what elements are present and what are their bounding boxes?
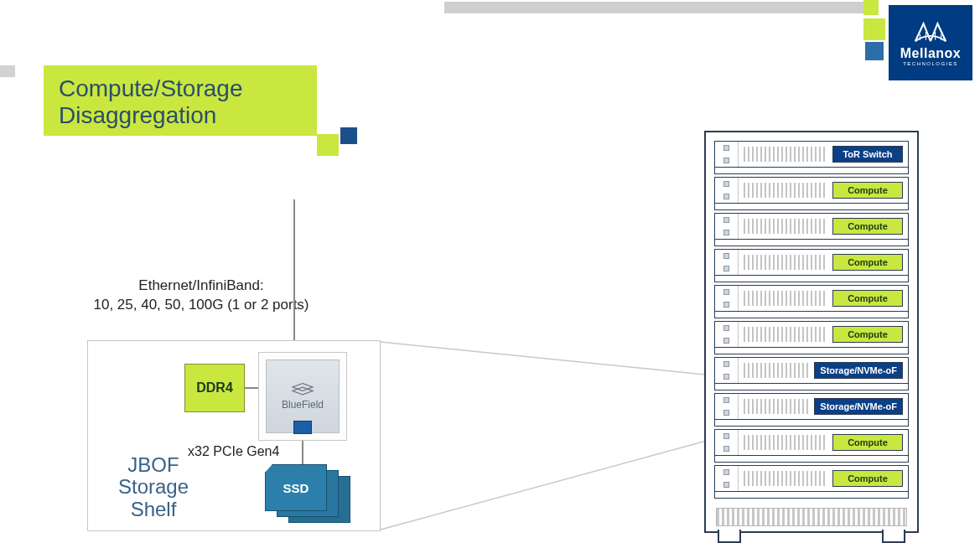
- rack-gap: [714, 456, 909, 463]
- rack-slot-tag: Compute: [832, 434, 903, 451]
- rack-slot-vent: [744, 327, 827, 342]
- rack-slot-tag: Compute: [832, 182, 903, 199]
- rack-slot: Compute: [714, 213, 909, 240]
- rack-slot-vent: [744, 399, 809, 414]
- rack-slot: Compute: [714, 177, 909, 204]
- ddr4-to-bluefield-line: [245, 387, 258, 389]
- rack-gap: [714, 276, 909, 282]
- rack-slot: Compute: [714, 285, 909, 312]
- rack-slot-vent: [744, 435, 827, 450]
- jbof-l1: JBOF: [107, 454, 200, 476]
- rack-slot-tag: ToR Switch: [832, 146, 903, 163]
- rack-slot-ports: [715, 214, 739, 239]
- connection-label: Ethernet/InfiniBand: 10, 25, 40, 50, 100…: [84, 277, 319, 315]
- slide-title: Compute/Storage Disaggregation: [44, 65, 317, 136]
- jbof-l2: Storage: [107, 476, 200, 498]
- rack-slot-ports: [715, 358, 739, 383]
- rack-slot-vent: [744, 219, 827, 234]
- svg-line-4: [381, 342, 713, 375]
- decor-square: [865, 42, 884, 60]
- rack-slot: Storage/NVMe-oF: [714, 393, 909, 420]
- rack-gap: [714, 384, 909, 390]
- brand-name: Mellanox: [900, 46, 961, 61]
- rack-slot: ToR Switch: [714, 141, 909, 168]
- rack-slot-vent: [744, 255, 827, 270]
- bluefield-chip-inner: BlueField: [266, 359, 340, 433]
- rack-slot-vent: [744, 183, 827, 198]
- decor-square: [317, 134, 339, 156]
- brand-logo: Mellanox TECHNOLOGIES: [889, 5, 972, 80]
- rack-slot-vent: [744, 471, 827, 486]
- bluefield-to-ssd-line: [302, 441, 303, 464]
- rack-slot: Compute: [714, 429, 909, 456]
- rack-slot-tag: Storage/NVMe-oF: [814, 362, 903, 379]
- rack-slot-ports: [715, 430, 739, 455]
- rack-slot: Storage/NVMe-oF: [714, 357, 909, 384]
- conn-line1: Ethernet/InfiniBand:: [84, 277, 319, 296]
- svg-line-5: [381, 439, 713, 530]
- pcie-label: x32 PCIe Gen4: [188, 444, 279, 459]
- rack-gap: [714, 240, 909, 246]
- rack-slot-ports: [715, 394, 739, 419]
- brand-sub: TECHNOLOGIES: [903, 61, 958, 66]
- bridge-icon: [913, 19, 948, 44]
- jbof-label: JBOF Storage Shelf: [107, 454, 200, 520]
- layers-icon: [290, 382, 315, 397]
- bluefield-badge: [293, 421, 312, 434]
- bluefield-chip: BlueField: [258, 352, 347, 441]
- rack-gap: [714, 168, 909, 174]
- rack-gap: [714, 348, 909, 354]
- rack-gap: [714, 312, 909, 318]
- rack-slot-ports: [715, 286, 739, 311]
- rack-slot-tag: Compute: [832, 218, 903, 235]
- rack-slot-ports: [715, 322, 739, 347]
- title-line1: Compute/Storage: [59, 75, 302, 102]
- rack-slot-vent: [744, 291, 827, 306]
- rack-slot-tag: Compute: [832, 326, 903, 343]
- top-grey-bar: [444, 2, 863, 13]
- rack-gap: [714, 204, 909, 210]
- rack-slot-ports: [715, 466, 739, 491]
- rack-slot: Compute: [714, 249, 909, 276]
- uplink-line: [293, 199, 295, 340]
- rack-slot-vent: [744, 147, 827, 162]
- decor-square: [340, 127, 357, 144]
- decor-square: [863, 18, 885, 40]
- ssd-icon: SSD: [265, 464, 327, 511]
- rack-slot-tag: Compute: [832, 254, 903, 271]
- server-rack: ToR SwitchComputeComputeComputeComputeCo…: [704, 131, 919, 533]
- conn-line2: 10, 25, 40, 50, 100G (1 or 2 ports): [84, 296, 319, 315]
- rack-slot-ports: [715, 142, 739, 167]
- rack-vent: [716, 508, 907, 526]
- left-grey-bar: [0, 65, 15, 77]
- rack-gap: [714, 420, 909, 427]
- ssd-stack: SSD: [265, 464, 357, 530]
- ddr4-chip: DDR4: [184, 364, 245, 412]
- rack-slot-tag: Compute: [832, 290, 903, 307]
- bluefield-label: BlueField: [282, 399, 324, 411]
- decor-square: [863, 0, 879, 15]
- title-line2: Disaggregation: [59, 102, 302, 129]
- jbof-l3: Shelf: [107, 499, 200, 520]
- rack-slot-ports: [715, 178, 739, 203]
- rack-slot-tag: Storage/NVMe-oF: [814, 398, 903, 415]
- rack-slot-vent: [744, 363, 809, 378]
- rack-slot: Compute: [714, 321, 909, 348]
- rack-slot: Compute: [714, 465, 909, 492]
- rack-slot-tag: Compute: [832, 470, 903, 487]
- rack-slot-ports: [715, 250, 739, 275]
- rack-gap: [714, 492, 909, 499]
